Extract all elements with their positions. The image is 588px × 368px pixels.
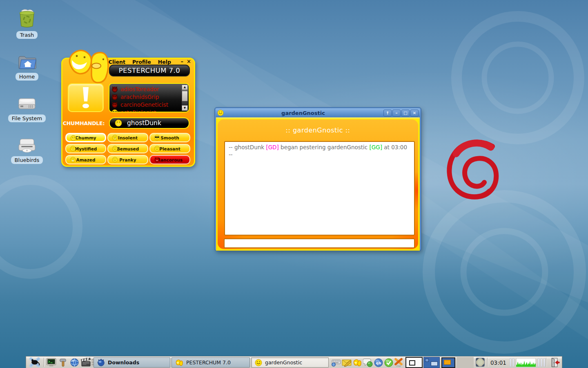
chum-name: arachnidsGrip <box>120 94 159 100</box>
mood-button-rancorous[interactable]: Rancorous <box>149 155 190 164</box>
maximize-button[interactable]: □ <box>401 110 410 117</box>
desktop-icon-filesystem[interactable]: File System <box>4 96 49 122</box>
scrollbar-thumb[interactable] <box>182 91 188 101</box>
workspace-1[interactable] <box>405 357 423 368</box>
task-button-downloads[interactable]: Downloads <box>94 357 170 368</box>
show-desktop-icon <box>475 357 485 367</box>
tray-qbittorrent[interactable]: qb <box>374 358 383 367</box>
pesterchum-chums-icon <box>353 359 362 367</box>
message-text: at 03:00 <box>382 144 407 150</box>
scroll-down-button[interactable]: ▼ <box>182 105 188 111</box>
mood-label: Bemused <box>117 146 139 151</box>
task-button-pesterchum[interactable]: PESTERCHUM 7.0 <box>172 357 250 368</box>
chat-theme-panel: :: gardenGnostic :: -- ghostDunk [GD] be… <box>218 119 418 249</box>
mood-button-bemused[interactable]: Bemused <box>107 144 148 153</box>
close-button[interactable]: ✕ <box>187 58 191 65</box>
monitor-bars-right <box>538 358 545 367</box>
mystified-icon <box>70 146 76 152</box>
pleasant-icon <box>154 146 160 152</box>
cpu-graph <box>516 358 536 367</box>
mood-label: Mystified <box>75 146 97 151</box>
mood-label: Insolent <box>118 135 138 140</box>
task-label: gardenGnostic <box>265 359 302 366</box>
show-desktop-button[interactable] <box>475 357 486 367</box>
smooth-icon <box>154 135 160 141</box>
scroll-up-button[interactable]: ▲ <box>182 85 188 90</box>
desktop-icon-label: Trash <box>16 31 38 39</box>
mood-button-mystified[interactable]: Mystified <box>65 144 106 153</box>
xchat-icon: chat <box>394 358 403 367</box>
xfce-mouse-icon <box>28 357 41 367</box>
task-button-gardengnostic[interactable]: gardenGnostic <box>251 357 329 368</box>
tray-compose-mail[interactable] <box>342 358 352 367</box>
chat-log[interactable]: -- ghostDunk [GD] began pestering garden… <box>224 141 415 236</box>
tray-messenger[interactable] <box>363 358 373 367</box>
desktop-icon-label: File System <box>8 114 46 122</box>
desktop-icon-bluebirds[interactable]: Bluebirds <box>4 138 49 164</box>
mood-button-smooth[interactable]: Smooth <box>149 133 190 142</box>
chum-row[interactable]: adiosToreador <box>111 85 180 93</box>
chum-name: ectoBiologist <box>120 109 156 113</box>
desktop-preview[interactable] <box>441 357 455 368</box>
terminal-icon <box>46 358 56 367</box>
logout-door-icon <box>550 357 560 368</box>
workspace-window <box>431 361 438 366</box>
chum-row[interactable]: carcinoGeneticist <box>111 101 180 108</box>
chumhandle-row: CHUMHANDLE: ghostDunk <box>62 117 194 129</box>
minimize-button[interactable]: – <box>181 58 184 65</box>
desktop-icon-trash[interactable]: Trash <box>4 8 49 39</box>
tray-xchat[interactable]: chat <box>394 358 403 367</box>
workspace-window <box>425 359 429 362</box>
mood-button-insolent[interactable]: Insolent <box>107 133 148 142</box>
mood-button-chummy[interactable]: Chummy <box>65 133 106 142</box>
shade-button[interactable]: ↑ <box>383 110 392 117</box>
panel-separator <box>546 358 547 367</box>
chat-titlebar[interactable]: gardenGnostic ↑ – □ ✕ <box>216 108 420 117</box>
chumhandle-field[interactable]: ghostDunk <box>109 117 189 129</box>
minimize-button[interactable]: – <box>392 110 401 117</box>
gd-tag: [GD] <box>266 144 278 150</box>
message-text: began pestering gardenGnostic <box>279 144 370 150</box>
chum-list-scrollbar: ▲ ▼ <box>182 85 188 111</box>
chum-row[interactable]: arachnidsGrip <box>111 93 180 101</box>
rancorous-icon <box>154 157 160 163</box>
menu-client[interactable]: Client <box>109 59 125 65</box>
menu-help[interactable]: Help <box>158 59 171 65</box>
keyboard-icon <box>331 358 341 367</box>
xfce-menu-button[interactable] <box>27 357 42 367</box>
tray-pesterchum[interactable] <box>352 358 362 367</box>
tool-launcher[interactable] <box>58 357 68 367</box>
browser-launcher[interactable] <box>69 357 80 367</box>
tray-checker[interactable] <box>384 358 394 367</box>
desktop-icon-home[interactable]: Home <box>4 54 49 81</box>
mood-display-panel <box>68 83 104 112</box>
logout-button[interactable] <box>549 357 561 367</box>
mood-button-pranky[interactable]: Pranky <box>107 155 148 164</box>
smiley-icon <box>255 359 262 366</box>
tray-spacer <box>457 357 474 368</box>
svg-text:qb: qb <box>376 361 381 365</box>
chum-row[interactable]: ectoBiologist <box>111 108 180 112</box>
monitor-bars-left <box>510 358 514 367</box>
close-button[interactable]: ✕ <box>410 110 419 117</box>
media-launcher[interactable] <box>80 357 91 367</box>
mood-button-pleasant[interactable]: Pleasant <box>149 144 190 153</box>
mood-button-amazed[interactable]: Amazed <box>65 155 106 164</box>
workspace-2[interactable] <box>423 357 440 368</box>
devil-mood-icon <box>111 94 118 100</box>
home-folder-icon <box>4 54 49 70</box>
green-check-icon <box>384 358 393 367</box>
chummy-smiley-icon <box>115 119 122 127</box>
bemused-icon <box>112 146 118 152</box>
chat-input[interactable] <box>224 238 415 248</box>
chummy-icon <box>70 135 76 141</box>
scrollbar-track[interactable] <box>182 90 188 105</box>
chat-window: gardenGnostic ↑ – □ ✕ :: gardenGnostic :… <box>215 108 421 251</box>
taskbar-panel: Downloads PESTERCHUM 7.0 gardenGnostic <box>26 356 562 368</box>
terminal-launcher[interactable] <box>46 357 56 367</box>
menu-profile[interactable]: Profile <box>132 59 151 65</box>
tray-keyboard-layout[interactable] <box>331 358 341 367</box>
app-title: PESTERCHUM 7.0 <box>109 65 190 76</box>
mood-label: Amazed <box>76 157 96 162</box>
chum-list: adiosToreador arachnidsGrip carcinoGenet… <box>109 83 189 112</box>
